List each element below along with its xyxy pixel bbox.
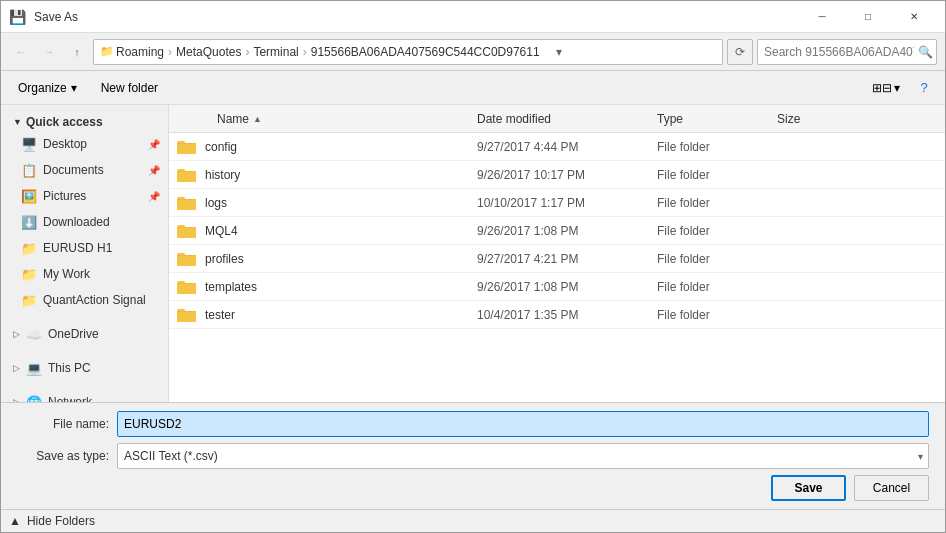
view-button[interactable]: ⊞⊟ ▾ xyxy=(865,75,907,101)
filetype-select[interactable]: ASCII Text (*.csv) xyxy=(117,443,929,469)
refresh-button[interactable]: ⟳ xyxy=(727,39,753,65)
window-icon: 💾 xyxy=(9,9,26,25)
sidebar-item-documents[interactable]: 📋 Documents 📌 xyxy=(1,157,168,183)
save-button[interactable]: Save xyxy=(771,475,846,501)
hide-folders-label: Hide Folders xyxy=(27,514,95,528)
sidebar-item-label: My Work xyxy=(43,267,90,281)
sidebar-item-mywork[interactable]: 📁 My Work xyxy=(1,261,168,287)
file-date: 9/26/2017 1:08 PM xyxy=(469,280,649,294)
filename-label: File name: xyxy=(17,417,117,431)
table-row[interactable]: history 9/26/2017 10:17 PM File folder xyxy=(169,161,945,189)
thispc-arrow: ▷ xyxy=(13,363,20,373)
folder-icon xyxy=(177,251,197,267)
file-date: 9/27/2017 4:44 PM xyxy=(469,140,649,154)
sidebar-item-thispc[interactable]: ▷ 💻 This PC xyxy=(1,355,168,381)
folder-icon xyxy=(177,167,197,183)
sidebar-item-network[interactable]: ▷ 🌐 Network xyxy=(1,389,168,402)
sidebar-item-quantaction[interactable]: 📁 QuantAction Signal xyxy=(1,287,168,313)
filename-input[interactable] xyxy=(117,411,929,437)
table-row[interactable]: config 9/27/2017 4:44 PM File folder xyxy=(169,133,945,161)
col-name-header[interactable]: Name ▲ xyxy=(169,112,469,126)
minimize-button[interactable]: ─ xyxy=(799,1,845,33)
svg-rect-17 xyxy=(177,283,196,284)
breadcrumb-folder-icon: 📁 xyxy=(100,45,114,58)
svg-rect-8 xyxy=(177,199,196,200)
hide-folders-bar[interactable]: ▲ Hide Folders xyxy=(1,509,945,532)
folder-icon xyxy=(177,139,197,155)
svg-rect-4 xyxy=(177,172,196,182)
breadcrumb-roaming: Roaming xyxy=(116,45,164,59)
search-box[interactable]: 🔍 xyxy=(757,39,937,65)
search-input[interactable] xyxy=(764,45,914,59)
back-button[interactable]: ← xyxy=(9,40,33,64)
svg-rect-13 xyxy=(177,256,196,266)
sidebar-item-label: EURUSD H1 xyxy=(43,241,112,255)
title-bar: 💾 Save As ─ □ ✕ xyxy=(1,1,945,33)
file-name: config xyxy=(205,140,237,154)
bottom-bar: File name: Save as type: ASCII Text (*.c… xyxy=(1,402,945,509)
folder-icon xyxy=(177,307,197,323)
network-icon: 🌐 xyxy=(26,395,42,403)
svg-rect-10 xyxy=(177,228,196,238)
svg-rect-14 xyxy=(177,255,196,256)
view-arrow: ▾ xyxy=(894,81,900,95)
sidebar-item-onedrive[interactable]: ▷ ☁️ OneDrive xyxy=(1,321,168,347)
main-content: ▼ Quick access 🖥️ Desktop 📌 📋 Documents … xyxy=(1,105,945,402)
organize-button[interactable]: Organize ▾ xyxy=(9,75,86,101)
cancel-button[interactable]: Cancel xyxy=(854,475,929,501)
help-button[interactable]: ? xyxy=(911,75,937,101)
desktop-icon: 🖥️ xyxy=(21,137,37,152)
col-date-header[interactable]: Date modified xyxy=(469,112,649,126)
organize-bar: Organize ▾ New folder ⊞⊟ ▾ ? xyxy=(1,71,945,105)
address-bar[interactable]: 📁 Roaming › MetaQuotes › Terminal › 9155… xyxy=(93,39,723,65)
table-row[interactable]: tester 10/4/2017 1:35 PM File folder xyxy=(169,301,945,329)
pin-icon: 📌 xyxy=(148,165,160,176)
file-name: templates xyxy=(205,280,257,294)
divider2 xyxy=(1,347,168,355)
table-row[interactable]: profiles 9/27/2017 4:21 PM File folder xyxy=(169,245,945,273)
svg-rect-19 xyxy=(177,312,196,322)
sidebar-item-eurusd[interactable]: 📁 EURUSD H1 xyxy=(1,235,168,261)
maximize-button[interactable]: □ xyxy=(845,1,891,33)
folder-icon xyxy=(177,195,197,211)
col-type-header[interactable]: Type xyxy=(649,112,769,126)
pin-icon: 📌 xyxy=(148,139,160,150)
quick-access-header: ▼ Quick access xyxy=(1,109,168,131)
svg-rect-11 xyxy=(177,227,196,228)
file-name: profiles xyxy=(205,252,244,266)
file-date: 9/26/2017 10:17 PM xyxy=(469,168,649,182)
table-row[interactable]: logs 10/10/2017 1:17 PM File folder xyxy=(169,189,945,217)
svg-rect-2 xyxy=(177,143,196,144)
file-type: File folder xyxy=(649,224,769,238)
new-folder-button[interactable]: New folder xyxy=(90,75,169,101)
sidebar-item-label: Documents xyxy=(43,163,104,177)
file-list: Name ▲ Date modified Type Size config 9/… xyxy=(169,105,945,402)
file-type: File folder xyxy=(649,308,769,322)
organize-label: Organize xyxy=(18,81,67,95)
table-row[interactable]: templates 9/26/2017 1:08 PM File folder xyxy=(169,273,945,301)
sidebar-item-label: This PC xyxy=(48,361,91,375)
sidebar: ▼ Quick access 🖥️ Desktop 📌 📋 Documents … xyxy=(1,105,169,402)
save-as-dialog: 💾 Save As ─ □ ✕ ← → ↑ 📁 Roaming › MetaQu… xyxy=(0,0,946,533)
quick-access-label: Quick access xyxy=(26,115,103,129)
close-button[interactable]: ✕ xyxy=(891,1,937,33)
file-name: MQL4 xyxy=(205,224,238,238)
forward-button[interactable]: → xyxy=(37,40,61,64)
organize-arrow: ▾ xyxy=(71,81,77,95)
window-controls: ─ □ ✕ xyxy=(799,1,937,33)
table-row[interactable]: MQL4 9/26/2017 1:08 PM File folder xyxy=(169,217,945,245)
col-size-header[interactable]: Size xyxy=(769,112,849,126)
sidebar-item-label: QuantAction Signal xyxy=(43,293,146,307)
sidebar-item-pictures[interactable]: 🖼️ Pictures 📌 xyxy=(1,183,168,209)
file-date: 10/4/2017 1:35 PM xyxy=(469,308,649,322)
sidebar-item-desktop[interactable]: 🖥️ Desktop 📌 xyxy=(1,131,168,157)
file-type: File folder xyxy=(649,280,769,294)
dropdown-arrow-button[interactable]: ▾ xyxy=(548,41,570,63)
sidebar-item-downloaded[interactable]: ⬇️ Downloaded xyxy=(1,209,168,235)
file-type: File folder xyxy=(649,252,769,266)
filename-row: File name: xyxy=(17,411,929,437)
up-button[interactable]: ↑ xyxy=(65,40,89,64)
folder-icon xyxy=(177,223,197,239)
svg-rect-16 xyxy=(177,284,196,294)
filetype-label: Save as type: xyxy=(17,449,117,463)
